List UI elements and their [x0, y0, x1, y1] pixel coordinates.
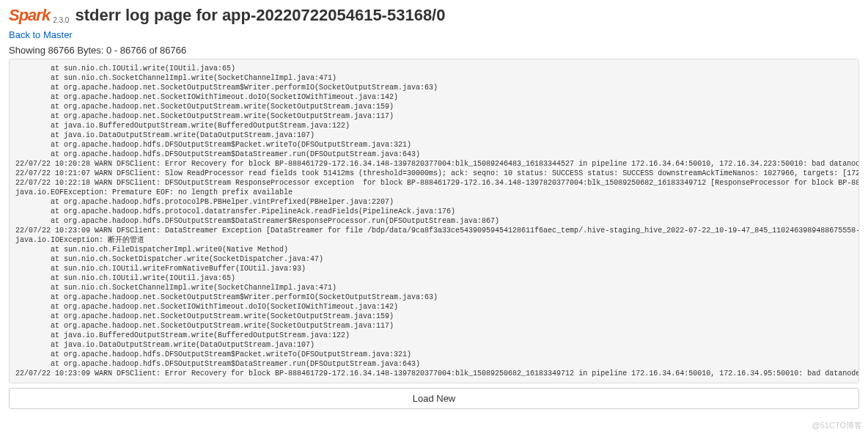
load-new-button[interactable]: Load New — [9, 388, 859, 409]
spark-logo-icon: Spark — [9, 6, 50, 25]
spark-version: 2.3.0 — [53, 16, 69, 24]
log-output: at sun.nio.ch.IOUtil.write(IOUtil.java:6… — [9, 59, 859, 383]
header: Spark 2.3.0 stderr log page for app-2022… — [9, 6, 859, 25]
back-to-master-link[interactable]: Back to Master — [9, 29, 73, 40]
page-title: stderr log page for app-20220722054615-5… — [75, 6, 445, 25]
spark-logo: Spark 2.3.0 — [9, 6, 69, 25]
bytes-info: Showing 86766 Bytes: 0 - 86766 of 86766 — [9, 45, 859, 56]
